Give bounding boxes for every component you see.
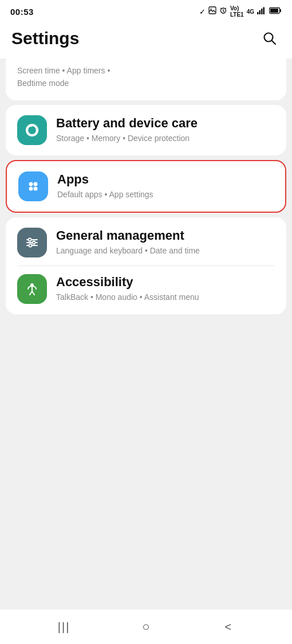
general-management-text: General management Language and keyboard… (56, 228, 275, 256)
svg-point-16 (34, 186, 38, 190)
svg-point-22 (29, 244, 32, 247)
svg-rect-0 (209, 7, 216, 14)
management-icon (24, 235, 40, 251)
apps-text: Apps Default apps • App settings (57, 172, 274, 200)
svg-rect-4 (259, 10, 261, 14)
general-management-title: General management (56, 228, 275, 243)
svg-rect-3 (257, 12, 259, 14)
accessibility-item[interactable]: Accessibility TalkBack • Mono audio • As… (17, 274, 275, 304)
svg-point-15 (29, 186, 33, 190)
svg-rect-8 (280, 9, 282, 12)
battery-title: Battery and device care (56, 116, 275, 131)
alarm-icon (219, 6, 227, 17)
accessibility-text: Accessibility TalkBack • Mono audio • As… (56, 275, 275, 303)
card-divider (17, 266, 275, 266)
home-icon: ○ (142, 619, 149, 634)
page-title: Settings (11, 29, 79, 48)
svg-point-20 (29, 238, 31, 241)
battery-care-icon (23, 122, 41, 139)
status-bar: 00:53 ✓ Vo)LTE1 4G (0, 0, 292, 21)
content-area: Screen time • App timers • Bedtime mode … (0, 58, 292, 314)
apps-icon-container (18, 171, 48, 201)
status-icons: ✓ Vo)LTE1 4G (199, 5, 282, 18)
svg-point-21 (33, 241, 35, 244)
checkbox-icon: ✓ (199, 7, 206, 16)
signal-icon (257, 6, 266, 17)
4g-icon: 4G (247, 9, 254, 15)
nav-back-button[interactable]: < (214, 615, 242, 638)
svg-rect-9 (270, 9, 278, 13)
menu-icon: ||| (58, 620, 70, 634)
back-icon: < (224, 620, 231, 634)
status-time: 00:53 (10, 7, 34, 17)
search-button[interactable] (259, 28, 281, 49)
svg-line-26 (32, 291, 34, 295)
svg-rect-6 (263, 7, 265, 15)
volte-icon: Vo)LTE1 (230, 5, 244, 18)
digital-wellbeing-partial[interactable]: Screen time • App timers • Bedtime mode (6, 58, 286, 100)
general-management-item[interactable]: General management Language and keyboard… (17, 228, 275, 257)
accessibility-icon-container (17, 274, 47, 304)
apps-icon (25, 178, 41, 194)
accessibility-subtitle: TalkBack • Mono audio • Assistant menu (56, 292, 275, 303)
battery-card[interactable]: Battery and device care Storage • Memory… (6, 105, 286, 155)
search-icon (262, 31, 277, 46)
nav-home-button[interactable]: ○ (132, 615, 160, 638)
image-icon (208, 6, 216, 17)
general-management-subtitle: Language and keyboard • Date and time (56, 245, 275, 257)
accessibility-icon (24, 281, 40, 297)
navigation-bar: ||| ○ < (0, 610, 292, 644)
apps-card[interactable]: Apps Default apps • App settings (6, 160, 286, 213)
battery-subtitle: Storage • Memory • Device protection (56, 133, 275, 145)
battery-icon-container (17, 115, 47, 145)
nav-menu-button[interactable]: ||| (50, 615, 78, 638)
bottom-card: General management Language and keyboard… (6, 217, 286, 314)
svg-line-11 (272, 41, 276, 45)
digital-wellbeing-subtitle: Screen time • App timers • Bedtime mode (17, 64, 275, 90)
apps-subtitle: Default apps • App settings (57, 189, 274, 201)
battery-icon (269, 6, 282, 17)
header: Settings (0, 21, 292, 58)
battery-text: Battery and device care Storage • Memory… (56, 116, 275, 144)
svg-point-14 (34, 182, 38, 186)
apps-title: Apps (57, 172, 274, 187)
accessibility-title: Accessibility (56, 275, 275, 290)
general-management-icon-container (17, 228, 47, 257)
svg-rect-5 (261, 9, 263, 14)
svg-point-13 (29, 182, 33, 186)
